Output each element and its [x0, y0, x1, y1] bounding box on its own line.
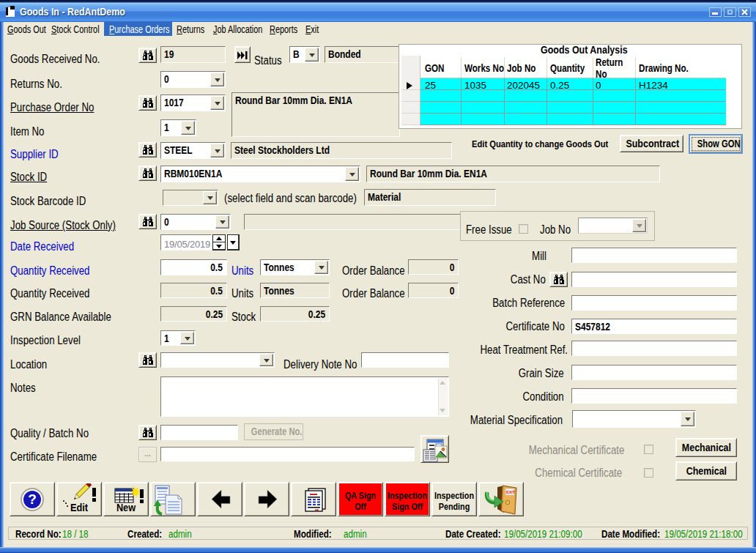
svg-text:EXIT: EXIT [506, 490, 516, 494]
